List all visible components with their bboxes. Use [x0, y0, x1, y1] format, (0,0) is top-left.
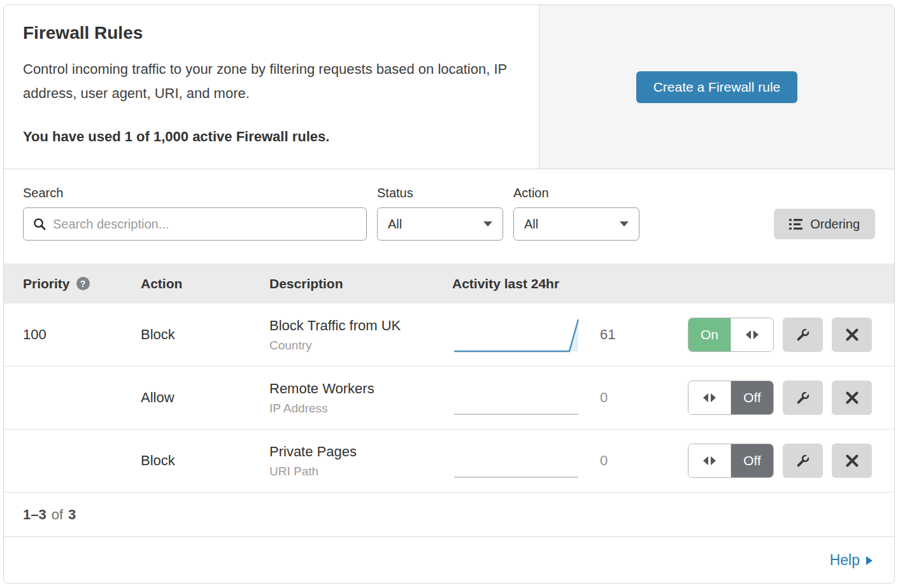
drag-handle-icon [746, 330, 759, 339]
rule-controls: Off [688, 444, 876, 478]
usage-note: You have used 1 of 1,000 active Firewall… [23, 129, 520, 145]
create-firewall-rule-button[interactable]: Create a Firewall rule [636, 71, 798, 103]
action-select[interactable]: All [513, 207, 639, 241]
status-label: Status [377, 186, 503, 200]
toggle-state-label[interactable]: On [688, 318, 731, 351]
rule-description: Remote Workers IP Address [269, 381, 452, 416]
create-rule-panel: Create a Firewall rule [539, 5, 894, 169]
edit-rule-button[interactable] [783, 381, 823, 415]
rule-match-type: URI Path [269, 465, 452, 479]
priority-header-label: Priority [23, 276, 70, 291]
chevron-down-icon [620, 221, 629, 227]
page-title: Firewall Rules [23, 23, 520, 43]
close-icon [845, 453, 860, 468]
activity-count: 0 [600, 389, 608, 406]
page-header-text: Firewall Rules Control incoming traffic … [4, 5, 539, 169]
rule-activity: 61 [452, 315, 688, 354]
status-selected-value: All [388, 217, 402, 232]
enable-toggle[interactable]: Off [688, 381, 774, 415]
page-description: Control incoming traffic to your zone by… [23, 57, 513, 106]
rule-description: Block Traffic from UK Country [269, 318, 452, 353]
help-link-label: Help [830, 552, 860, 569]
wrench-icon [794, 452, 811, 470]
priority-help-icon[interactable]: ? [76, 277, 90, 290]
rule-match-type: IP Address [269, 402, 452, 416]
chevron-down-icon [483, 221, 492, 227]
rule-description-title: Block Traffic from UK [269, 318, 452, 334]
search-icon [32, 217, 46, 231]
toggle-state-label[interactable]: Off [731, 381, 773, 414]
help-link[interactable]: Help [830, 552, 873, 569]
table-body: 100 Block Block Traffic from UK Country … [4, 304, 894, 493]
filters-bar: Search Status All Action All [4, 169, 894, 263]
action-group: Action All [513, 186, 639, 241]
activity-count: 61 [600, 326, 615, 343]
activity-sparkline [452, 315, 582, 354]
status-select[interactable]: All [377, 207, 503, 241]
rule-description-title: Private Pages [269, 444, 452, 460]
rule-description-title: Remote Workers [269, 381, 452, 397]
pagination-bar: 1–3 of 3 [4, 493, 894, 537]
table-row: Block Private Pages URI Path 0 Off [4, 430, 894, 493]
action-label: Action [513, 186, 639, 200]
column-header-priority: Priority ? [23, 276, 141, 291]
search-label: Search [23, 186, 367, 200]
arrow-right-icon [866, 556, 873, 565]
ordered-list-icon [789, 218, 802, 230]
delete-rule-button[interactable] [832, 444, 872, 478]
rule-action: Block [141, 452, 269, 469]
table-header: Priority ? Action Description Activity l… [4, 263, 894, 304]
rule-priority: 100 [23, 326, 141, 343]
rule-action: Block [141, 326, 269, 343]
column-header-description: Description [269, 276, 452, 291]
footer-bar: Help [4, 537, 894, 583]
delete-rule-button[interactable] [832, 318, 872, 352]
action-selected-value: All [524, 217, 538, 232]
activity-sparkline [452, 378, 582, 417]
enable-toggle[interactable]: On [688, 318, 774, 352]
rule-activity: 0 [452, 441, 688, 480]
column-header-action: Action [141, 276, 269, 291]
close-icon [845, 390, 860, 405]
activity-count: 0 [600, 452, 608, 469]
rule-activity: 0 [452, 378, 688, 417]
edit-rule-button[interactable] [783, 444, 823, 478]
table-row: Allow Remote Workers IP Address 0 Off [4, 367, 894, 430]
search-box[interactable] [23, 207, 367, 241]
pagination-of: of [52, 507, 63, 523]
pagination-range: 1–3 [23, 507, 46, 523]
edit-rule-button[interactable] [783, 318, 823, 352]
ordering-button[interactable]: Ordering [774, 209, 875, 239]
activity-sparkline [452, 441, 582, 480]
toggle-handle[interactable] [688, 381, 731, 414]
drag-handle-icon [703, 393, 716, 402]
rule-description: Private Pages URI Path [269, 444, 452, 479]
rule-controls: Off [688, 381, 876, 415]
close-icon [845, 327, 860, 342]
enable-toggle[interactable]: Off [688, 444, 774, 478]
toggle-handle[interactable] [731, 318, 773, 351]
search-input[interactable] [53, 217, 357, 232]
rule-action: Allow [141, 389, 269, 406]
toggle-handle[interactable] [688, 444, 731, 477]
rule-controls: On [688, 318, 876, 352]
rule-match-type: Country [269, 339, 452, 353]
column-header-activity: Activity last 24hr [452, 276, 688, 291]
wrench-icon [794, 389, 811, 407]
wrench-icon [794, 326, 811, 344]
pagination-total: 3 [68, 507, 76, 523]
firewall-rules-card: Firewall Rules Control incoming traffic … [3, 4, 895, 584]
delete-rule-button[interactable] [832, 381, 872, 415]
status-group: Status All [377, 186, 503, 241]
ordering-button-label: Ordering [810, 217, 860, 232]
drag-handle-icon [703, 456, 716, 465]
table-row: 100 Block Block Traffic from UK Country … [4, 304, 894, 367]
toggle-state-label[interactable]: Off [731, 444, 773, 477]
page-header: Firewall Rules Control incoming traffic … [4, 5, 894, 169]
search-group: Search [23, 186, 367, 241]
